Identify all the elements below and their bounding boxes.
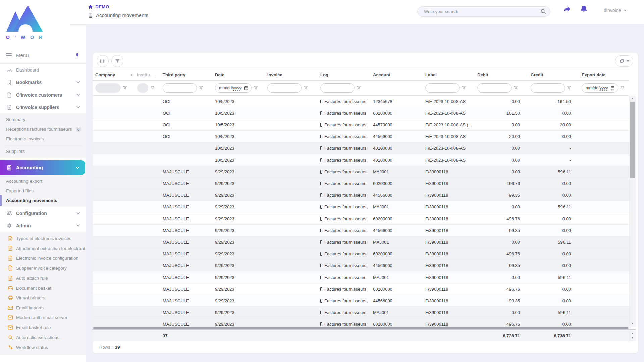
scrollbar-thumb[interactable] <box>630 102 635 178</box>
funnel-icon[interactable] <box>150 86 155 90</box>
share-icon[interactable] <box>562 6 571 14</box>
sidebar-item-accounting-movements[interactable]: Accounting movements <box>0 196 86 205</box>
table-row[interactable]: OCI10/5/2023Factures fournisseurs4456900… <box>93 131 629 142</box>
filter-button[interactable] <box>111 55 123 67</box>
sidebar-item-accounting[interactable]: Accounting <box>0 160 85 175</box>
sidebar-item-electronic-invoice-configuration[interactable]: Electronic invoice configuration <box>0 253 86 263</box>
vertical-scrollbar[interactable]: ▲ ▼ <box>629 96 636 327</box>
table-row[interactable]: 10/5/2023Factures fournisseurs40100000F/… <box>93 142 629 154</box>
user-menu[interactable]: dinvoice <box>604 8 627 13</box>
funnel-icon[interactable] <box>304 86 308 90</box>
filter-date-input-date[interactable]: mm/dd/yyyy <box>215 83 252 93</box>
column-header-company[interactable]: Company <box>93 72 134 77</box>
table-row[interactable]: MAJUSCULE9/29/2023Factures fournisseursM… <box>93 236 629 248</box>
funnel-icon[interactable] <box>199 86 203 90</box>
pin-icon[interactable] <box>75 53 80 58</box>
column-header-date[interactable]: Date <box>212 72 265 77</box>
filter-input-log[interactable] <box>320 83 355 93</box>
table-row[interactable]: MAJUSCULE9/29/2023Factures fournisseursM… <box>93 307 629 318</box>
filter-input-credit[interactable] <box>531 83 565 93</box>
bell-icon[interactable] <box>580 5 588 13</box>
search-icon[interactable] <box>540 9 546 14</box>
sidebar-item-configuration[interactable]: Configuration <box>0 207 86 219</box>
filter-input-third-party[interactable] <box>163 83 197 93</box>
column-header-credit[interactable]: Credit <box>528 72 579 77</box>
sidebar-item-admin[interactable]: Admin <box>0 219 86 232</box>
sidebar-item-document-basket[interactable]: Document basket <box>0 283 86 293</box>
sidebar-item-electronic-invoices[interactable]: Electronic Invoices <box>0 134 86 144</box>
sidebar-item-summary[interactable]: Summary <box>0 115 86 124</box>
table-settings-button[interactable] <box>615 55 633 67</box>
scroll-down-icon[interactable]: ▼ <box>629 321 636 326</box>
column-header-third-party[interactable]: Third party <box>160 72 212 77</box>
sidebar-item-accounting-export[interactable]: Accounting export <box>0 176 86 186</box>
sidebar-item-suppliers[interactable]: Suppliers <box>0 146 86 156</box>
filter-input-invoice[interactable] <box>267 83 302 93</box>
sidebar-item-bookmarks[interactable]: Bookmarks <box>0 76 86 88</box>
table-row[interactable]: MAJUSCULE9/29/2023Factures fournisseurs4… <box>93 189 629 201</box>
envelope-icon <box>7 306 13 310</box>
sidebar-item-email-basket-rule[interactable]: Email basket rule <box>0 323 86 333</box>
column-header-institution[interactable]: Institu... <box>134 72 160 77</box>
funnel-icon[interactable] <box>357 86 361 90</box>
table-row[interactable]: MAJUSCULE9/29/2023Factures fournisseursM… <box>93 201 629 213</box>
filter-input-debit[interactable] <box>477 83 512 93</box>
column-header-account[interactable]: Account <box>370 72 423 77</box>
sidebar-item-o-invoice-customers[interactable]: O'Invoice customers <box>0 88 86 101</box>
sidebar-item-exported-files[interactable]: Exported files <box>0 186 86 196</box>
table-row[interactable]: MAJUSCULE9/29/2023Factures fournisseurs6… <box>93 318 629 327</box>
column-header-export-date[interactable]: Export date <box>579 72 627 77</box>
scroll-down-icon[interactable]: ▼ <box>629 336 636 340</box>
filter-date-input-export-date[interactable]: mm/dd/yyyy <box>582 83 618 93</box>
column-header-debit[interactable]: Debit <box>475 72 528 77</box>
column-header-log[interactable]: Log <box>318 72 370 77</box>
funnel-icon[interactable] <box>514 86 518 90</box>
scroll-up-icon[interactable]: ▲ <box>629 331 636 336</box>
table-row[interactable]: MAJUSCULE9/29/2023Factures fournisseursM… <box>93 272 629 283</box>
table-row[interactable]: OCI10/5/2023Factures fournisseurs4457900… <box>93 119 629 131</box>
cell-account: 60200000 <box>370 322 423 327</box>
funnel-icon[interactable] <box>462 86 466 90</box>
sidebar-item-automatic-extractions[interactable]: Automatic extractions <box>0 333 86 343</box>
cell-third-party: OCI <box>160 99 212 104</box>
table-row[interactable]: MAJUSCULE9/29/2023Factures fournisseurs4… <box>93 225 629 236</box>
sidebar-item-auto-attach-rule[interactable]: Auto attach rule <box>0 273 86 283</box>
breadcrumb[interactable]: DEMO <box>88 4 109 9</box>
scrollbar-thumb[interactable] <box>93 327 628 329</box>
horizontal-scrollbar[interactable] <box>93 327 629 329</box>
search-input[interactable] <box>423 9 540 14</box>
sidebar-item-attachment-extraction-for-electroni[interactable]: Attachment extraction for electroni <box>0 244 86 254</box>
table-row[interactable]: 10/5/2023Factures fournisseurs40100000F/… <box>93 154 629 166</box>
hamburger-icon[interactable] <box>6 53 12 58</box>
column-header-label[interactable]: Label <box>423 72 475 77</box>
table-row[interactable]: MAJUSCULE9/29/2023Factures fournisseurs6… <box>93 283 629 295</box>
sidebar: O ' W O R K Menu DashboardBookmarksO'Inv… <box>0 0 86 362</box>
sidebar-item-virtual-printers[interactable]: Virtual printers <box>0 293 86 303</box>
table-row[interactable]: MAJUSCULE9/29/2023Factures fournisseurs6… <box>93 248 629 260</box>
sidebar-item-supplier-invoice-category[interactable]: Supplier invoice category <box>0 263 86 274</box>
table-row[interactable]: MAJUSCULE9/29/2023Factures fournisseurs6… <box>93 213 629 225</box>
scroll-up-icon[interactable]: ▲ <box>629 96 636 101</box>
sidebar-item-email-imports[interactable]: Email imports <box>0 303 86 313</box>
filter-input-label[interactable] <box>425 83 460 93</box>
table-row[interactable]: OCI10/5/2023Factures fournisseurs1234567… <box>93 96 629 107</box>
table-row[interactable]: MAJUSCULE9/29/2023Factures fournisseurs6… <box>93 178 629 189</box>
sidebar-item-o-invoice-suppliers[interactable]: O'Invoice suppliers <box>0 101 86 113</box>
column-header-invoice[interactable]: Invoice <box>265 72 318 77</box>
sidebar-item-r-ceptions-factures-fournisseurs[interactable]: Réceptions factures fournisseurs0 <box>0 124 86 134</box>
table-row[interactable]: MAJUSCULE9/29/2023Factures fournisseurs4… <box>93 260 629 272</box>
funnel-icon[interactable] <box>567 86 571 90</box>
funnel-icon[interactable] <box>620 86 625 90</box>
table-row[interactable]: MAJUSCULE9/29/2023Factures fournisseursM… <box>93 166 629 178</box>
sidebar-item-dashboard[interactable]: Dashboard <box>0 64 86 76</box>
sidebar-item-modern-auth-email-server[interactable]: Modern auth email server <box>0 313 86 323</box>
table-row[interactable]: MAJUSCULE9/29/2023Factures fournisseurs4… <box>93 295 629 307</box>
table-row[interactable]: OCI10/5/2023Factures fournisseurs6020000… <box>93 107 629 119</box>
logo[interactable]: O ' W O R K <box>5 3 46 42</box>
funnel-icon[interactable] <box>123 86 127 90</box>
sidebar-item-workflow-status[interactable]: Workflow status <box>0 343 86 353</box>
cell-date: 10/5/2023 <box>212 111 265 116</box>
sidebar-item-types-of-electronic-invoices[interactable]: Types of electronic invoices <box>0 234 86 244</box>
funnel-icon[interactable] <box>254 86 258 90</box>
columns-button[interactable] <box>97 55 109 67</box>
